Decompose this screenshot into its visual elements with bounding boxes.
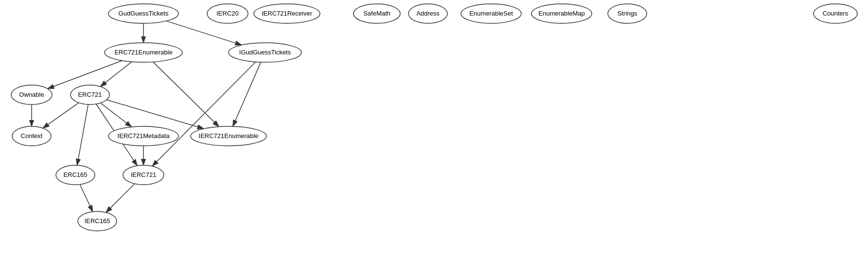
node-label: IERC721 — [131, 171, 157, 178]
node-label: SafeMath — [363, 10, 390, 17]
node-label: Strings — [618, 10, 638, 17]
node-label: GudGuessTickets — [119, 10, 169, 17]
node-label: EnumerableMap — [538, 10, 585, 17]
node-label: Context — [21, 132, 43, 140]
node-label: IERC721Enumerable — [199, 132, 259, 140]
edge — [77, 105, 89, 165]
edge — [48, 61, 122, 89]
node-GudGuessTickets[interactable]: GudGuessTickets — [108, 4, 178, 23]
nodes-layer: GudGuessTicketsIERC20IERC721ReceiverSafe… — [11, 4, 857, 231]
node-label: Counters — [823, 10, 849, 17]
node-IERC721Metadata[interactable]: IERC721Metadata — [108, 126, 178, 146]
edge — [80, 184, 93, 211]
node-label: EnumerableSet — [469, 10, 513, 17]
node-label: Ownable — [19, 91, 44, 98]
edge — [43, 103, 79, 128]
node-ERC721[interactable]: ERC721 — [71, 85, 109, 105]
node-EnumerableMap[interactable]: EnumerableMap — [531, 4, 592, 23]
edge — [101, 103, 132, 127]
node-IERC721Enumerable2[interactable]: IERC721Enumerable — [191, 126, 266, 146]
edge — [100, 62, 132, 87]
node-label: ERC165 — [63, 171, 87, 178]
node-IERC20[interactable]: IERC20 — [207, 4, 248, 23]
node-Address[interactable]: Address — [408, 4, 447, 23]
node-label: Address — [416, 10, 440, 17]
node-EnumerableSet[interactable]: EnumerableSet — [461, 4, 521, 23]
node-Context[interactable]: Context — [12, 126, 51, 146]
edge — [166, 21, 242, 45]
dependency-graph: GudGuessTicketsIERC20IERC721ReceiverSafe… — [0, 0, 868, 262]
node-label: IERC20 — [216, 10, 239, 17]
node-SafeMath[interactable]: SafeMath — [354, 4, 400, 23]
node-label: IERC165 — [85, 217, 110, 225]
edge — [106, 100, 204, 129]
node-IGudGuessTickets[interactable]: IGudGuessTickets — [229, 43, 301, 62]
node-Counters[interactable]: Counters — [814, 4, 857, 23]
node-Ownable[interactable]: Ownable — [11, 85, 52, 105]
node-label: ERC721 — [78, 91, 102, 98]
node-IERC165[interactable]: IERC165 — [78, 211, 117, 231]
node-IERC721Receiver[interactable]: IERC721Receiver — [254, 4, 320, 23]
edge — [153, 62, 219, 126]
node-label: IERC721Receiver — [262, 10, 313, 17]
node-ERC721Enumerable[interactable]: ERC721Enumerable — [105, 43, 182, 62]
edge — [152, 62, 256, 166]
node-label: ERC721Enumerable — [114, 49, 172, 56]
node-label: IGudGuessTickets — [239, 49, 291, 56]
node-label: IERC721Metadata — [118, 132, 170, 140]
edge — [233, 62, 261, 126]
node-IERC721[interactable]: IERC721 — [123, 165, 164, 185]
edge — [106, 184, 135, 212]
node-ERC165[interactable]: ERC165 — [56, 165, 95, 185]
node-Strings[interactable]: Strings — [608, 4, 647, 23]
